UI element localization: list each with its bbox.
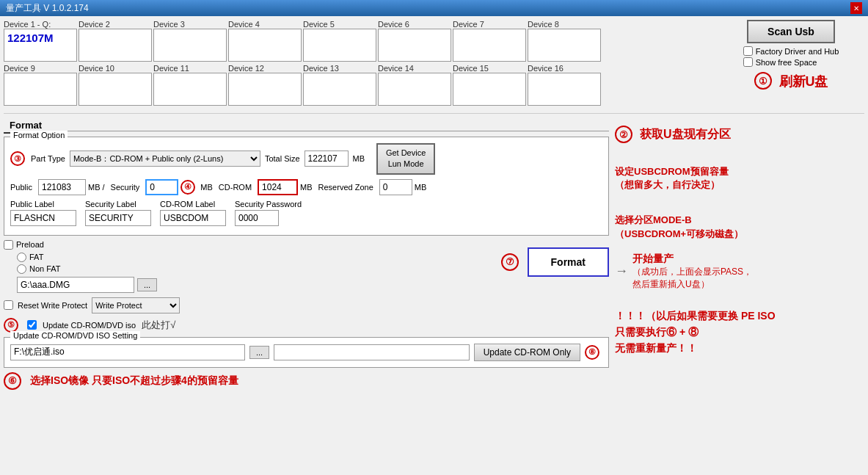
cdrom-group: CD-ROM bbox=[219, 183, 252, 192]
device-16-box bbox=[528, 73, 601, 106]
public-input[interactable] bbox=[38, 179, 86, 195]
security-label: Security bbox=[111, 183, 140, 192]
scan-usb-button[interactable]: Scan Usb bbox=[747, 20, 835, 43]
total-size-mb: MB bbox=[353, 154, 365, 163]
preload-path-input[interactable] bbox=[17, 277, 134, 293]
update-cdrom-only-button[interactable]: Update CD-ROM Only bbox=[474, 344, 580, 361]
cdrom-label-input[interactable] bbox=[160, 210, 226, 226]
device-4-label: Device 4 bbox=[228, 20, 302, 29]
reset-write-protect-label: Reset Write Protect bbox=[18, 301, 87, 310]
nonfat-radio[interactable] bbox=[17, 264, 26, 274]
get-device-button[interactable]: Get DeviceLun Mode bbox=[376, 143, 435, 175]
device-12-box bbox=[228, 73, 302, 106]
factory-driver-checkbox[interactable] bbox=[743, 46, 753, 56]
update-cdrom-checkbox[interactable] bbox=[27, 320, 37, 330]
device-9: Device 9 bbox=[4, 64, 77, 106]
content-area: Format Format Option ③ Part Type Mode-B：… bbox=[4, 118, 864, 471]
cdrom-label: CD-ROM bbox=[219, 183, 252, 192]
device-1-value: 122107M bbox=[7, 32, 54, 44]
device-7-label: Device 7 bbox=[453, 20, 526, 29]
part-type-row: ③ Part Type Mode-B：CD-ROM + Public only … bbox=[10, 143, 602, 175]
public-value-group: MB / bbox=[38, 179, 105, 195]
format-tab-area: Format bbox=[4, 118, 609, 134]
device-16: Device 16 bbox=[528, 64, 601, 106]
right-anno-1: ！！！（以后如果需要更换 PE ISO bbox=[615, 310, 864, 323]
device-row-1: Device 1 - Q: 122107M Device 2 Device 3 … bbox=[4, 20, 715, 62]
right-anno-2: 只需要执行⑥ + ⑧ bbox=[615, 326, 864, 339]
reserved-label: Reserved Zone bbox=[318, 183, 373, 192]
device-2-label: Device 2 bbox=[79, 20, 152, 29]
iso-path-input[interactable] bbox=[10, 344, 245, 360]
right-panel: Scan Usb Factory Driver and Hub Show fre… bbox=[718, 20, 864, 90]
update-cdrom-row: ⑤ Update CD-ROM/DVD iso 此处打√ bbox=[4, 318, 609, 333]
reset-write-protect-checkbox[interactable] bbox=[4, 300, 13, 310]
reserved-mb: MB bbox=[415, 183, 427, 192]
pass-annotation: （成功后，上面会显示PASS， bbox=[632, 266, 752, 278]
refresh-label: 刷新U盘 bbox=[779, 73, 828, 90]
device-9-box bbox=[4, 73, 77, 106]
part-type-select[interactable]: Mode-B：CD-ROM + Public only (2-Luns) bbox=[70, 151, 260, 167]
iso-row: ... Update CD-ROM Only ⑧ bbox=[10, 344, 602, 361]
device-15-label: Device 15 bbox=[453, 64, 526, 73]
security-label-input[interactable] bbox=[85, 210, 151, 226]
public-label-input[interactable] bbox=[10, 210, 76, 226]
device-14: Device 14 bbox=[378, 64, 451, 106]
close-button[interactable]: ✕ bbox=[850, 2, 862, 14]
fat-radio[interactable] bbox=[17, 253, 26, 262]
device-row-2: Device 9 Device 10 Device 11 Device 12 D… bbox=[4, 64, 715, 106]
device-12: Device 12 bbox=[228, 64, 302, 106]
start-annotation: 开始量产 bbox=[632, 253, 752, 266]
device-10-box bbox=[79, 73, 152, 106]
show-free-space-label: Show free Space bbox=[743, 57, 817, 67]
device-16-label: Device 16 bbox=[528, 64, 601, 73]
badge-8: ⑧ bbox=[585, 345, 599, 360]
format-start-row: → 开始量产 （成功后，上面会显示PASS， 然后重新插入U盘） bbox=[615, 253, 864, 291]
reset-write-protect-row: Reset Write Protect Write Protect bbox=[4, 297, 609, 313]
format-button[interactable]: Format bbox=[528, 247, 609, 277]
device-10: Device 10 bbox=[79, 64, 152, 106]
preload-browse-button[interactable]: ... bbox=[137, 278, 157, 291]
format-start-text: 开始量产 （成功后，上面会显示PASS， 然后重新插入U盘） bbox=[632, 253, 752, 291]
cdrom-label-group: CD-ROM Label bbox=[160, 200, 226, 226]
badge-3: ③ bbox=[10, 151, 25, 166]
format-section: Format Format Option ③ Part Type Mode-B：… bbox=[4, 118, 609, 471]
public-label: Public bbox=[10, 183, 32, 192]
badge-6: ⑥ bbox=[4, 372, 21, 390]
show-free-space-checkbox[interactable] bbox=[743, 57, 753, 67]
badge-4: ④ bbox=[180, 180, 195, 195]
security-label-group: Security Label bbox=[85, 200, 151, 226]
iso-browse-button[interactable]: ... bbox=[249, 346, 269, 359]
device-8-label: Device 8 bbox=[528, 20, 601, 29]
device-10-label: Device 10 bbox=[79, 64, 152, 73]
badge-2: ② bbox=[615, 126, 632, 143]
right-annotations: ② 获取U盘现有分区 设定USBCDROM预留容量（想留多大，自行决定） 选择分… bbox=[615, 118, 864, 471]
factory-options: Factory Driver and Hub Show free Space bbox=[743, 46, 839, 68]
security-label-field: Security Label bbox=[85, 200, 151, 209]
device-13: Device 13 bbox=[303, 64, 376, 106]
device-8-box bbox=[528, 29, 601, 62]
factory-driver-label: Factory Driver and Hub bbox=[743, 46, 839, 56]
device-13-label: Device 13 bbox=[303, 64, 376, 73]
device-4-box bbox=[228, 29, 302, 62]
fat-option: FAT bbox=[17, 253, 157, 262]
device-3-label: Device 3 bbox=[153, 20, 227, 29]
preload-checkbox[interactable] bbox=[4, 240, 13, 250]
device-2: Device 2 bbox=[79, 20, 152, 62]
right-anno-3: 无需重新量产！！ bbox=[615, 342, 864, 355]
reserved-input[interactable] bbox=[379, 179, 412, 195]
write-protect-select[interactable]: Write Protect bbox=[92, 297, 180, 313]
public-group: Public bbox=[10, 183, 32, 192]
device-12-label: Device 12 bbox=[228, 64, 302, 73]
security-password-input[interactable] bbox=[235, 210, 279, 226]
total-size-input[interactable] bbox=[304, 151, 349, 167]
fat-options: FAT Non FAT bbox=[17, 253, 157, 274]
cdrom-input[interactable] bbox=[258, 179, 298, 195]
device-7: Device 7 bbox=[453, 20, 526, 62]
public-label-group: Public Label bbox=[10, 200, 76, 226]
device-15-box bbox=[453, 73, 526, 106]
anno-3-row: 选择分区MODE-B（USBCDROM+可移动磁盘） bbox=[615, 214, 864, 240]
reserved-group: Reserved Zone bbox=[318, 183, 373, 192]
annotation-6: 选择ISO镜像 只要ISO不超过步骤4的预留容量 bbox=[30, 374, 238, 388]
badge-1: ① bbox=[754, 72, 772, 90]
security-input[interactable] bbox=[145, 179, 178, 195]
